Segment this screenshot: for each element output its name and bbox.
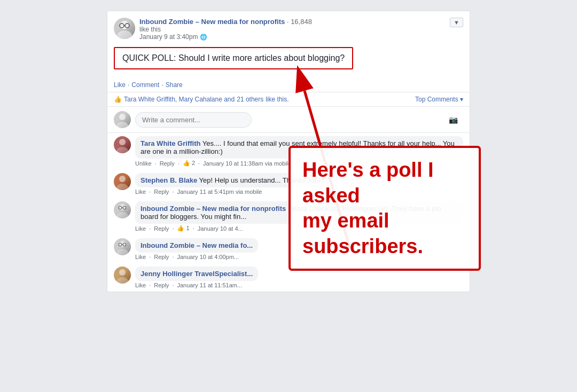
like-this-text: like this <box>139 26 463 33</box>
unlike-link[interactable]: Unlike <box>135 160 152 167</box>
svg-point-7 <box>119 139 126 145</box>
comment-body: Tara White Griffith Yes.... I found that… <box>135 136 463 167</box>
like-count: 👍 2 <box>183 160 195 167</box>
comment-meta: Unlike · Reply · 👍 2 · January 10 at 11:… <box>135 160 463 167</box>
post-actions: Like · Comment · Share <box>107 79 470 92</box>
likers-link[interactable]: 21 others <box>237 96 263 103</box>
post-date: January 9 at 3:40pm 🌐 <box>139 33 463 41</box>
share-action[interactable]: Share <box>166 81 183 89</box>
comment-input-wrap: 📷 <box>135 112 463 128</box>
svg-point-8 <box>116 147 128 153</box>
commenter-avatar <box>114 238 131 255</box>
reply-link[interactable]: Reply <box>154 282 169 288</box>
thumbs-up-icon: 👍 <box>114 96 122 103</box>
likes-bar: 👍 Tara White Griffith, Mary Cahalane and… <box>107 92 470 107</box>
commenter-avatar <box>114 173 131 190</box>
svg-point-17 <box>116 249 128 255</box>
like-link[interactable]: Like <box>135 282 146 288</box>
dropdown-button[interactable]: ▼ <box>450 18 463 27</box>
svg-point-12 <box>116 212 128 218</box>
likers-suffix: like this. <box>266 96 288 103</box>
comment-body: Inbound Zombie – New media for nonprofit… <box>135 201 463 232</box>
post-content: QUICK POLL: Should I write more articles… <box>107 45 470 79</box>
globe-icon: 🌐 <box>200 34 207 40</box>
comment-input[interactable] <box>135 112 252 128</box>
commenter-avatar <box>114 136 131 153</box>
comment-author[interactable]: Stephen B. Blake <box>141 176 197 184</box>
commenter-avatar <box>114 266 131 284</box>
page-likes: · 16,848 <box>287 18 312 26</box>
facebook-post: Inbound Zombie – New media for nonprofit… <box>107 11 470 292</box>
like-link[interactable]: Like <box>135 254 146 260</box>
comment-body: Inbound Zombie – New media fo... Like · … <box>135 238 463 260</box>
like-link[interactable]: Like <box>135 189 146 195</box>
comment-input-row: 📷 <box>107 107 470 133</box>
svg-point-5 <box>119 114 126 120</box>
like-link[interactable]: Like <box>135 225 146 232</box>
svg-point-6 <box>116 122 128 128</box>
page-avatar <box>114 18 135 39</box>
comment-author[interactable]: Inbound Zombie – New media fo... <box>141 241 253 249</box>
svg-point-22 <box>116 277 128 284</box>
comment-author[interactable]: Inbound Zombie – New media for nonprofit… <box>141 205 286 213</box>
like-action[interactable]: Like <box>114 81 126 89</box>
comment-date: January 11 at 11:51am... <box>177 282 242 288</box>
reply-link[interactable]: Reply <box>154 225 169 232</box>
svg-point-1 <box>117 30 132 39</box>
likers-text: Tara White Griffith, Mary Cahalane and <box>124 96 235 103</box>
comment-author[interactable]: Tara White Griffith <box>141 139 200 147</box>
comment-row: Stephen B. Blake Yep! Help us understand… <box>107 170 470 198</box>
reply-link[interactable]: Reply <box>154 189 169 195</box>
comment-row: Jenny Hollinger TravelSpecialist... Like… <box>107 263 470 292</box>
current-user-avatar <box>114 111 131 128</box>
comment-body: Stephen B. Blake Yep! Help us understand… <box>135 173 463 195</box>
comment-meta: Like · Reply · January 10 at 4:00pm... <box>135 254 463 260</box>
svg-point-10 <box>116 184 128 190</box>
comment-meta: Like · Reply · 👍 1 · January 10 at 4... <box>135 225 463 232</box>
comment-date: January 10 at 11:38am via mobile <box>203 160 291 167</box>
reply-link[interactable]: Reply <box>160 160 175 167</box>
comment-row: Inbound Zombie – New media for nonprofit… <box>107 198 470 235</box>
comment-date: January 11 at 5:41pm via mobile <box>177 189 262 195</box>
comment-row: Inbound Zombie – New media fo... Like · … <box>107 235 470 263</box>
post-header: Inbound Zombie – New media for nonprofit… <box>107 11 470 45</box>
comment-date: January 10 at 4:00pm... <box>177 254 239 260</box>
poll-question: QUICK POLL: Should I write more articles… <box>114 47 353 69</box>
commenter-avatar <box>114 201 131 218</box>
comment-meta: Like · Reply · January 11 at 5:41pm via … <box>135 189 463 195</box>
svg-point-9 <box>119 176 126 182</box>
post-header-info: Inbound Zombie – New media for nonprofit… <box>139 18 463 41</box>
comment-body: Jenny Hollinger TravelSpecialist... Like… <box>135 266 463 288</box>
svg-point-21 <box>119 269 126 276</box>
reply-link[interactable]: Reply <box>154 254 169 260</box>
like-count: 👍 1 <box>177 225 189 232</box>
comment-action[interactable]: Comment <box>131 81 159 89</box>
comment-row: Tara White Griffith Yes.... I found that… <box>107 133 470 170</box>
camera-icon: 📷 <box>449 115 458 124</box>
top-comments-button[interactable]: Top Comments ▾ <box>415 96 463 103</box>
comment-meta: Like · Reply · January 11 at 11:51am... <box>135 282 463 288</box>
comment-author[interactable]: Jenny Hollinger TravelSpecialist... <box>141 270 253 278</box>
page-name[interactable]: Inbound Zombie – New media for nonprofit… <box>139 18 285 26</box>
comment-text: Yep! Help us understand... Thanks John! <box>199 176 324 184</box>
comments-list: Tara White Griffith Yes.... I found that… <box>107 133 470 292</box>
comment-date: January 10 at 4... <box>198 225 243 232</box>
